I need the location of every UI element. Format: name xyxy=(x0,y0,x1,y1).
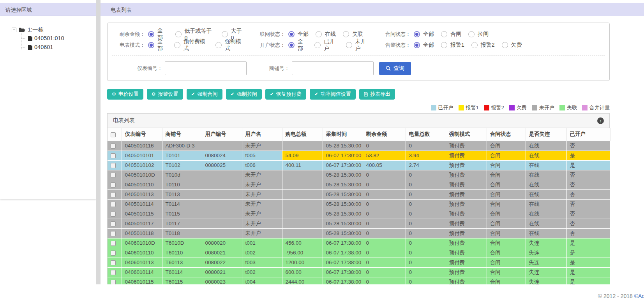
tree-node-label[interactable]: 040501:010 xyxy=(34,35,64,41)
radio-button[interactable] xyxy=(414,31,420,37)
action-button-5[interactable]: ✔恢复预付费 xyxy=(265,89,306,100)
file-icon xyxy=(364,92,368,96)
legend-swatch xyxy=(532,105,537,110)
tree-node-root[interactable]: − 1:一栋 xyxy=(12,26,96,33)
radio-label: 失联 xyxy=(352,31,363,38)
action-button-3[interactable]: ✔强制合闸 xyxy=(187,89,222,100)
row-checkbox[interactable] xyxy=(111,202,116,207)
main-panel: 电表列表 剩余金额：全部低于或等于0大于0联网状态：全部在线失联合闸状态：全部合… xyxy=(101,0,644,284)
collapse-toggle-icon[interactable]: − xyxy=(12,28,16,32)
scrollbar-divider[interactable] xyxy=(96,0,101,284)
filter-label: 电表模式： xyxy=(111,42,145,49)
radio-button[interactable] xyxy=(148,42,154,48)
radio-option[interactable]: 全部 xyxy=(148,38,167,52)
row-checkbox[interactable] xyxy=(111,270,116,275)
radio-button[interactable] xyxy=(471,42,478,48)
query-button[interactable]: 查询 xyxy=(379,62,411,75)
radio-button[interactable] xyxy=(174,42,180,48)
select-all-checkbox[interactable] xyxy=(111,132,116,137)
table-cell: 0 xyxy=(363,238,406,248)
action-button-4[interactable]: ✔强制拉闸 xyxy=(226,89,262,100)
radio-button[interactable] xyxy=(502,42,508,48)
radio-option[interactable]: 报警2 xyxy=(471,42,495,49)
table-cell: 06-07 17:38:00 xyxy=(323,277,363,284)
collapse-panel-icon[interactable]: ↑ xyxy=(597,117,604,124)
radio-option[interactable]: 拉闸 xyxy=(468,31,489,38)
radio-option[interactable]: 在线 xyxy=(316,31,336,38)
radio-button[interactable] xyxy=(441,42,447,48)
radio-button[interactable] xyxy=(288,31,295,37)
radio-button[interactable] xyxy=(468,31,475,37)
row-checkbox[interactable] xyxy=(111,260,116,265)
radio-option[interactable]: 强制模式 xyxy=(215,38,245,52)
radio-option[interactable]: 已开户 xyxy=(314,38,339,52)
table-cell: 未开户 xyxy=(242,141,282,151)
table-body: 0405010116ADF300-D 3未开户05-28 15:30:0000预… xyxy=(108,141,610,284)
table-cell: 0080023 xyxy=(202,277,242,284)
radio-label: 拉闸 xyxy=(478,31,489,38)
table-cell: 预付费 xyxy=(446,141,487,151)
radio-button[interactable] xyxy=(148,31,154,37)
radio-button[interactable] xyxy=(215,42,222,48)
column-header: 采集时间 xyxy=(323,128,363,141)
table-cell: 0406010115 xyxy=(122,277,162,284)
radio-button[interactable] xyxy=(222,31,228,37)
radio-button[interactable] xyxy=(288,42,295,48)
table-row: 040601010DT6010D0080020t001456.0006-07 1… xyxy=(108,238,610,248)
tree-node-child[interactable]: 040601 xyxy=(21,44,96,50)
radio-button[interactable] xyxy=(314,42,321,48)
table-cell: 合闸 xyxy=(487,209,526,219)
table-cell: t003 xyxy=(242,258,282,267)
row-checkbox[interactable] xyxy=(111,212,116,217)
radio-button[interactable] xyxy=(316,31,322,37)
radio-option[interactable]: 预付费模式 xyxy=(174,38,208,52)
action-button-2[interactable]: ⚙报警设置 xyxy=(147,89,183,100)
row-checkbox[interactable] xyxy=(111,280,116,284)
table-cell: T0118 xyxy=(162,228,202,238)
row-checkbox[interactable] xyxy=(111,192,116,197)
tree-node-label[interactable]: 1:一栋 xyxy=(28,26,44,33)
radio-label: 报警1 xyxy=(450,42,464,49)
table-cell: T0117 xyxy=(162,219,202,228)
radio-button[interactable] xyxy=(414,42,420,48)
shop-no-input[interactable] xyxy=(292,61,374,75)
radio-button[interactable] xyxy=(343,31,349,37)
row-checkbox[interactable] xyxy=(111,173,116,178)
row-checkbox[interactable] xyxy=(111,163,116,168)
radio-option[interactable]: 全部 xyxy=(288,38,307,52)
table-cell: 预付费 xyxy=(446,209,487,219)
legend-item: 报警2 xyxy=(484,104,504,111)
meter-no-input[interactable] xyxy=(165,61,247,75)
table-cell: t002 xyxy=(242,267,282,277)
row-checkbox[interactable] xyxy=(111,241,116,246)
radio-option[interactable]: 失联 xyxy=(343,31,363,38)
row-checkbox[interactable] xyxy=(111,251,116,256)
table-cell: 合闸 xyxy=(487,238,526,248)
table-cell xyxy=(202,209,242,219)
radio-button[interactable] xyxy=(346,42,352,48)
radio-option[interactable]: 未开户 xyxy=(346,38,370,52)
row-checkbox[interactable] xyxy=(111,182,116,188)
action-button-6[interactable]: ✔功率阈值设置 xyxy=(310,89,356,100)
radio-option[interactable]: 报警1 xyxy=(441,42,464,49)
radio-label: 未开户 xyxy=(355,38,370,52)
table-cell: 预付费 xyxy=(446,258,487,267)
tree-node-child[interactable]: 040501:010 xyxy=(21,35,96,41)
table-cell: 未开户 xyxy=(242,199,282,209)
radio-option[interactable]: 全部 xyxy=(414,31,434,38)
action-button-7[interactable]: 抄表导出 xyxy=(359,89,395,100)
radio-button[interactable] xyxy=(441,31,447,37)
radio-option[interactable]: 合闸 xyxy=(441,31,461,38)
row-checkbox[interactable] xyxy=(111,153,116,158)
radio-option[interactable]: 欠费 xyxy=(502,42,522,49)
radio-button[interactable] xyxy=(175,31,182,37)
row-checkbox[interactable] xyxy=(111,221,116,226)
dashed-divider xyxy=(112,56,605,56)
radio-option[interactable]: 全部 xyxy=(288,31,309,38)
row-checkbox[interactable] xyxy=(111,144,116,149)
action-button-1[interactable]: ⚙电价设置 xyxy=(107,89,143,100)
tree-children: 040501:010 040601 xyxy=(21,33,96,50)
row-checkbox[interactable] xyxy=(111,231,116,236)
tree-node-label[interactable]: 040601 xyxy=(34,44,53,50)
radio-option[interactable]: 全部 xyxy=(414,42,434,49)
